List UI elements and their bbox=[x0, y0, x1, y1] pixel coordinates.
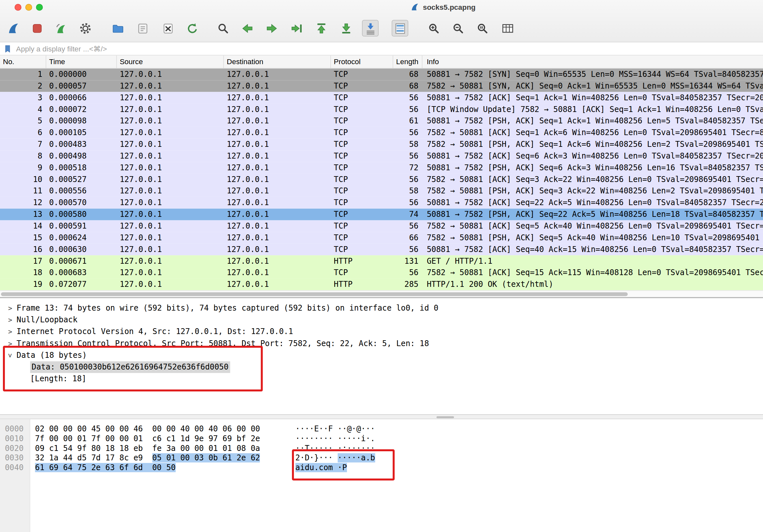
cell-protocol: TCP bbox=[331, 139, 393, 150]
go-to-packet-button[interactable] bbox=[288, 20, 305, 37]
go-forward-button[interactable] bbox=[263, 20, 280, 37]
save-file-button[interactable] bbox=[134, 20, 151, 37]
disclosure-collapsed-icon[interactable]: > bbox=[4, 314, 17, 326]
zoom-reset-button[interactable] bbox=[474, 20, 490, 37]
cell-destination: 127.0.0.1 bbox=[224, 185, 331, 197]
packet-row-15[interactable]: 150.000624127.0.0.1127.0.0.1TCP667582 → … bbox=[0, 232, 763, 243]
disclosure-collapsed-icon[interactable]: > bbox=[4, 338, 17, 349]
cell-info: [TCP Window Update] 7582 → 50881 [ACK] S… bbox=[422, 104, 763, 115]
hex-line[interactable]: 003032 1a 44 d5 7d 17 8c e9 05 01 00 03 … bbox=[0, 453, 763, 463]
go-to-top-icon bbox=[315, 22, 328, 35]
cell-length: 56 bbox=[393, 104, 423, 115]
column-header-source[interactable]: Source bbox=[117, 55, 224, 68]
hex-line[interactable]: 00107f 00 00 01 7f 00 00 01 c6 c1 1d 9e … bbox=[0, 434, 763, 443]
close-file-button[interactable] bbox=[160, 20, 176, 37]
pane-splitter[interactable] bbox=[0, 414, 763, 419]
close-button[interactable] bbox=[15, 4, 22, 11]
cell-destination: 127.0.0.1 bbox=[224, 232, 331, 243]
detail-line[interactable]: >Transmission Control Protocol, Src Port… bbox=[0, 338, 763, 349]
cell-destination: 127.0.0.1 bbox=[224, 209, 331, 221]
packet-row-12[interactable]: 120.000570127.0.0.1127.0.0.1TCP5650881 →… bbox=[0, 197, 763, 209]
cell-time: 0.000498 bbox=[46, 150, 117, 162]
hex-line[interactable]: 004061 69 64 75 2e 63 6f 6d 00 50aidu.co… bbox=[0, 463, 763, 473]
detail-line[interactable]: Data: 050100030b612e62616964752e636f6d00… bbox=[0, 361, 763, 373]
hscrollbar-thumb[interactable] bbox=[1, 292, 628, 296]
packet-row-2[interactable]: 20.000057127.0.0.1127.0.0.1TCP687582 → 5… bbox=[0, 80, 763, 92]
cell-source: 127.0.0.1 bbox=[117, 104, 224, 115]
start-capture-button[interactable] bbox=[5, 20, 22, 37]
cell-destination: 127.0.0.1 bbox=[224, 197, 331, 209]
cell-length: 58 bbox=[393, 185, 423, 197]
reload-file-icon bbox=[186, 22, 199, 35]
cell-destination: 127.0.0.1 bbox=[224, 127, 331, 139]
bookmark-icon[interactable] bbox=[4, 44, 12, 53]
hex-bytes: 02 00 00 00 45 00 00 46 00 00 40 00 40 0… bbox=[35, 424, 260, 434]
disclosure-expanded-icon[interactable]: > bbox=[4, 349, 16, 362]
splitter-handle-icon[interactable] bbox=[437, 416, 454, 418]
minimize-button[interactable] bbox=[25, 4, 32, 11]
packet-row-6[interactable]: 60.000105127.0.0.1127.0.0.1TCP567582 → 5… bbox=[0, 127, 763, 139]
cell-source: 127.0.0.1 bbox=[117, 185, 224, 197]
reload-file-button[interactable] bbox=[184, 20, 201, 37]
packet-row-14[interactable]: 140.000591127.0.0.1127.0.0.1TCP567582 → … bbox=[0, 221, 763, 232]
cell-destination: 127.0.0.1 bbox=[224, 267, 331, 279]
cell-info: 7582 → 50881 [PSH, ACK] Seq=5 Ack=40 Win… bbox=[422, 232, 763, 243]
packet-row-10[interactable]: 100.000527127.0.0.1127.0.0.1TCP567582 → … bbox=[0, 174, 763, 185]
packet-row-19[interactable]: 190.072077127.0.0.1127.0.0.1HTTP285HTTP/… bbox=[0, 279, 763, 291]
stop-capture-button[interactable] bbox=[29, 20, 45, 37]
cell-length: 61 bbox=[393, 115, 423, 127]
capture-options-button[interactable] bbox=[77, 20, 93, 37]
go-to-top-button[interactable] bbox=[313, 20, 329, 37]
cell-source: 127.0.0.1 bbox=[117, 279, 224, 291]
packet-row-3[interactable]: 30.000066127.0.0.1127.0.0.1TCP5650881 → … bbox=[0, 92, 763, 104]
detail-line[interactable]: >Internet Protocol Version 4, Src: 127.0… bbox=[0, 326, 763, 338]
packet-row-9[interactable]: 90.000518127.0.0.1127.0.0.1TCP7250881 → … bbox=[0, 162, 763, 174]
restart-capture-button[interactable] bbox=[53, 20, 69, 37]
column-header-protocol[interactable]: Protocol bbox=[331, 55, 393, 68]
packet-row-11[interactable]: 110.000556127.0.0.1127.0.0.1TCP587582 → … bbox=[0, 185, 763, 197]
cell-protocol: TCP bbox=[331, 267, 393, 279]
resize-columns-button[interactable] bbox=[499, 20, 516, 37]
cell-info: 50881 → 7582 [PSH, ACK] Seq=22 Ack=5 Win… bbox=[422, 209, 763, 221]
find-packet-button[interactable] bbox=[215, 20, 231, 37]
detail-line[interactable]: >Frame 13: 74 bytes on wire (592 bits), … bbox=[0, 303, 763, 314]
cell-no: 9 bbox=[0, 162, 46, 174]
packet-row-7[interactable]: 70.000483127.0.0.1127.0.0.1TCP587582 → 5… bbox=[0, 139, 763, 150]
zoom-in-button[interactable] bbox=[425, 20, 442, 37]
packet-row-4[interactable]: 40.000072127.0.0.1127.0.0.1TCP56[TCP Win… bbox=[0, 104, 763, 115]
zoom-out-button[interactable] bbox=[450, 20, 466, 37]
disclosure-collapsed-icon[interactable]: > bbox=[4, 326, 17, 338]
disclosure-collapsed-icon[interactable]: > bbox=[4, 303, 17, 314]
hex-line[interactable]: 000002 00 00 00 45 00 00 46 00 00 40 00 … bbox=[0, 424, 763, 434]
chevron-spacer bbox=[18, 373, 30, 385]
packet-row-16[interactable]: 160.000630127.0.0.1127.0.0.1TCP5650881 →… bbox=[0, 243, 763, 255]
column-header-destination[interactable]: Destination bbox=[224, 55, 331, 68]
hex-ascii: 2·D·}··· ·····a.b bbox=[295, 453, 375, 463]
packet-row-18[interactable]: 180.000683127.0.0.1127.0.0.1TCP567582 → … bbox=[0, 267, 763, 279]
cell-source: 127.0.0.1 bbox=[117, 150, 224, 162]
packet-row-17[interactable]: 170.000671127.0.0.1127.0.0.1HTTP131GET /… bbox=[0, 255, 763, 267]
display-filter-input[interactable] bbox=[16, 44, 759, 53]
column-header-time[interactable]: Time bbox=[46, 55, 117, 68]
go-back-button[interactable] bbox=[239, 20, 256, 37]
column-header-no[interactable]: No. bbox=[0, 55, 46, 68]
open-file-button[interactable] bbox=[109, 20, 126, 37]
column-header-length[interactable]: Length bbox=[393, 55, 423, 68]
colorize-button[interactable] bbox=[391, 20, 408, 37]
auto-scroll-button[interactable] bbox=[362, 20, 379, 37]
packet-row-8[interactable]: 80.000498127.0.0.1127.0.0.1TCP5650881 → … bbox=[0, 150, 763, 162]
packet-row-13[interactable]: 130.000580127.0.0.1127.0.0.1TCP7450881 →… bbox=[0, 209, 763, 221]
detail-line[interactable]: >Data (18 bytes) bbox=[0, 350, 763, 361]
hex-bytes: 32 1a 44 d5 7d 17 8c e9 05 01 00 03 0b 6… bbox=[35, 453, 260, 463]
hex-line[interactable]: 002009 c1 54 9f 80 18 18 eb fe 3a 00 00 … bbox=[0, 443, 763, 453]
go-to-bottom-button[interactable] bbox=[338, 20, 355, 37]
cell-info: 7582 → 50881 [ACK] Seq=1 Ack=6 Win=40825… bbox=[422, 127, 763, 139]
zoom-out-icon bbox=[451, 22, 464, 35]
detail-line[interactable]: >Null/Loopback bbox=[0, 314, 763, 326]
column-header-info[interactable]: Info bbox=[422, 55, 763, 68]
packet-row-1[interactable]: 10.000000127.0.0.1127.0.0.1TCP6850881 → … bbox=[0, 69, 763, 80]
zoom-button[interactable] bbox=[36, 4, 43, 11]
packet-list-hscrollbar[interactable] bbox=[0, 291, 763, 297]
packet-row-5[interactable]: 50.000098127.0.0.1127.0.0.1TCP6150881 → … bbox=[0, 115, 763, 127]
detail-line[interactable]: [Length: 18] bbox=[0, 373, 763, 385]
